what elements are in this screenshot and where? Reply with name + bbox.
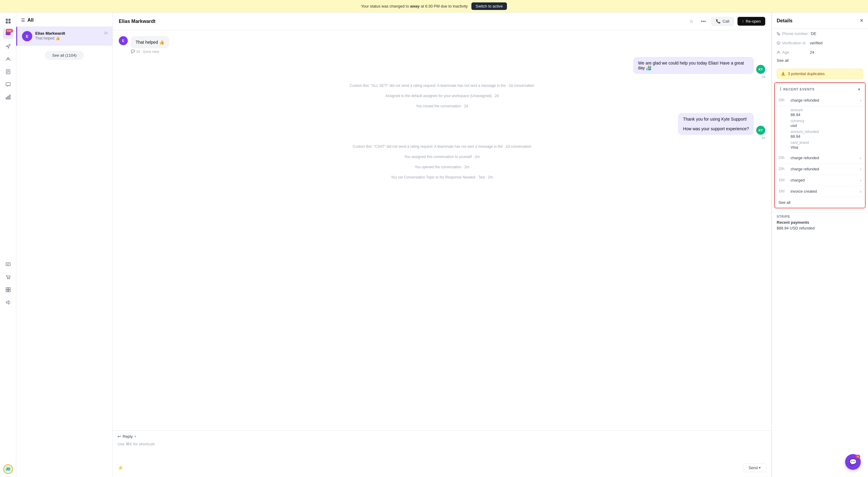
nav-icon-message[interactable] — [3, 259, 13, 270]
msg-content: That helped 👍 💬 2d · Quick reply — [131, 36, 169, 53]
reply-footer: ⚡ Send ▾ — [118, 464, 767, 472]
conv-content: Elias Markwardt That helped 👍 — [35, 31, 101, 40]
send-label: Send — [749, 466, 758, 470]
conv-preview: That helped 👍 — [35, 36, 101, 40]
nav-icon-contacts[interactable] — [3, 54, 13, 64]
svg-rect-11 — [7, 96, 8, 99]
svg-rect-18 — [6, 288, 8, 290]
chevron-down-icon: ▾ — [858, 87, 860, 92]
detail-row-age: Age 24 — [772, 48, 868, 57]
nav-icon-cart[interactable] — [3, 272, 13, 282]
see-all-button[interactable]: See all (1104) — [45, 51, 84, 60]
stripe-recent-payments-value: $88.94 USD refunded — [777, 226, 863, 230]
reply-header[interactable]: ↩ Reply ▾ — [118, 434, 767, 439]
message-sent-0: We are glad we could help you today Elia… — [633, 57, 765, 79]
reply-icon: ↩ — [118, 434, 121, 439]
lightning-icon[interactable]: ⚡ — [118, 465, 124, 471]
more-options-button[interactable]: ••• — [699, 18, 708, 25]
system-msg-6: You set Conversation Topic to No Respons… — [119, 174, 765, 181]
detail-row-phone: Phone number DE — [772, 29, 868, 38]
details-panel: Details × Phone number DE Verification s… — [772, 13, 868, 477]
event-field-card-brand-label: card_brand — [790, 141, 861, 145]
svg-rect-13 — [6, 263, 10, 266]
event-label: charge refunded — [790, 167, 819, 171]
nav-icon-chart[interactable] — [3, 92, 13, 102]
nav-icon-send[interactable] — [3, 41, 13, 52]
system-msg-0: Custom Bot: "ALL SET!" did not send a ra… — [119, 82, 765, 89]
nav-icon-chat[interactable] — [3, 79, 13, 90]
call-icon: 📞 — [716, 19, 721, 24]
sidebar: ☰ All E Elias Markwardt That helped 👍 2d… — [16, 13, 113, 477]
event-item-3[interactable]: 16d charged › — [775, 175, 865, 186]
chevron-right-icon: › — [860, 156, 861, 160]
reply-label: Reply — [123, 434, 133, 439]
conv-time: 2d — [104, 31, 107, 35]
event-label: charge refunded — [790, 156, 819, 160]
reopen-button[interactable]: ↑ Re-open — [738, 17, 765, 26]
detail-label-phone: Phone number — [777, 31, 808, 36]
event-field-amount-refunded-value: 88.94 — [790, 134, 861, 139]
nav-icon-logo[interactable] — [3, 16, 13, 27]
system-msg-2: You closed the conversation · 2d — [119, 103, 765, 110]
event-time: 20h — [778, 167, 787, 171]
svg-rect-20 — [6, 290, 8, 292]
msg-text: We are glad we could help you today Elia… — [633, 57, 754, 74]
sent-avatar: KY — [756, 126, 765, 135]
event-field-currency-label: currency — [790, 119, 861, 123]
msg-text: That helped 👍 — [131, 36, 169, 48]
event-item-0[interactable]: 20h charge refunded › — [775, 95, 865, 106]
event-field-amount-value: 88.94 — [790, 113, 861, 117]
nav-icon-inbox[interactable]: 610 — [3, 28, 13, 39]
send-button[interactable]: Send ▾ — [743, 464, 767, 472]
recent-events-header[interactable]: ⁝ RECENT EVENTS ▾ — [775, 83, 865, 95]
sidebar-toggle-icon[interactable]: ☰ — [21, 18, 25, 23]
reply-box: ↩ Reply ▾ Use ⌘K for shortcuts ⚡ Send ▾ — [113, 430, 771, 477]
event-field-card-brand-value: Visa — [790, 145, 861, 150]
svg-point-16 — [7, 278, 8, 279]
event-item-2[interactable]: 20h charge refunded › — [775, 164, 865, 175]
float-badge: 4 — [856, 455, 860, 458]
reply-input[interactable]: Use ⌘K for shortcuts — [118, 442, 767, 460]
floating-chat-button[interactable]: 💬 4 — [845, 454, 861, 470]
reply-placeholder: Use ⌘K for shortcuts — [118, 442, 155, 446]
nav-icon-book[interactable] — [3, 66, 13, 77]
detail-value-verification: verified — [810, 41, 823, 45]
duplicate-warning[interactable]: ⚠️ 3 potential duplicates — [777, 69, 863, 79]
svg-rect-10 — [6, 97, 7, 99]
system-msg-4: You assigned this conversation to yourse… — [119, 153, 765, 160]
dots-icon: ⁝ — [780, 86, 781, 92]
svg-rect-21 — [8, 290, 10, 292]
svg-point-17 — [9, 278, 10, 279]
user-avatar[interactable]: JD — [3, 464, 13, 474]
send-chevron-icon: ▾ — [759, 466, 761, 470]
conversation-item[interactable]: E Elias Markwardt That helped 👍 2d — [16, 27, 113, 46]
stripe-recent-payments-label: Recent payments — [777, 220, 863, 225]
chevron-right-icon: › — [860, 167, 861, 172]
stripe-label: STRIPE — [777, 215, 863, 218]
system-msg-1: Assigned to the default assignee for you… — [119, 93, 765, 99]
system-msg-5: You opened the conversation · 2m — [119, 164, 765, 170]
event-field-amount-refunded-label: amount_refunded — [790, 130, 861, 134]
call-button[interactable]: 📞 Call — [711, 17, 734, 26]
reopen-label: Re-open — [746, 19, 761, 24]
event-label: charge refunded — [790, 98, 819, 102]
msg-time: 2d — [678, 136, 765, 140]
nav-icon-megaphone[interactable] — [3, 297, 13, 308]
star-button[interactable]: ☆ — [687, 17, 695, 25]
event-field-currency-value: usd — [790, 123, 861, 128]
conv-name: Elias Markwardt — [35, 31, 101, 36]
stripe-section: STRIPE Recent payments $88.94 USD refund… — [772, 212, 868, 234]
events-see-all-link[interactable]: See all — [775, 197, 865, 208]
close-icon[interactable]: × — [860, 18, 863, 24]
details-title: Details — [777, 18, 792, 24]
details-header: Details × — [772, 13, 868, 29]
switch-to-active-button[interactable]: Switch to active — [471, 2, 507, 10]
event-item-4[interactable]: 16d invoice created › — [775, 186, 865, 197]
event-item-1[interactable]: 20h charge refunded › — [775, 153, 865, 164]
nav-icon-grid[interactable] — [3, 284, 13, 295]
msg-time: 2d — [633, 75, 765, 79]
see-all-link[interactable]: See all — [772, 57, 868, 66]
message-received-0: E That helped 👍 💬 2d · Quick reply — [119, 36, 169, 53]
sidebar-header: ☰ All — [16, 13, 113, 27]
chevron-right-icon: › — [860, 178, 861, 183]
